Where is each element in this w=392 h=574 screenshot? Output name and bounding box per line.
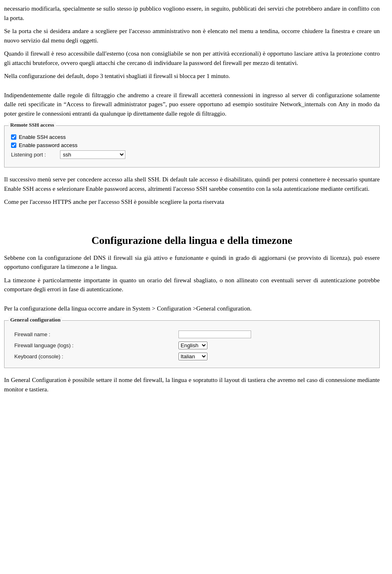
paragraph-6: Il successivo menù serve per concedere a…	[4, 175, 380, 193]
enable-ssh-label: Enable SSH access	[19, 134, 66, 140]
paragraph-9: La timezone è particolarmente importante…	[4, 276, 380, 294]
keyboard-select[interactable]: English French German Italian Spanish	[178, 353, 207, 360]
firewall-name-input[interactable]	[178, 331, 251, 338]
firewall-language-row: Firewall language (logs) : English Frenc…	[11, 340, 373, 351]
remote-ssh-box-title: Remote SSH access	[9, 122, 56, 128]
section-heading: Configurazione della lingua e della time…	[4, 235, 380, 247]
enable-password-row[interactable]: Enable password access	[11, 142, 373, 148]
paragraph-1: necessario modificarla, specialmente se …	[4, 4, 380, 22]
listening-port-select-wrapper[interactable]: ssh	[60, 150, 125, 159]
keyboard-row: Keyboard (console) : English French Germ…	[11, 351, 373, 362]
paragraph-2: Se la porta che si desidera andare a sce…	[4, 27, 380, 45]
firewall-language-select-cell[interactable]: English French German Italian Spanish	[175, 340, 373, 351]
paragraph-3: Quando il firewall è reso accessibile da…	[4, 49, 380, 67]
remote-ssh-box: Remote SSH access Enable SSH access Enab…	[4, 125, 380, 168]
listening-port-row: Listening port : ssh	[11, 150, 373, 159]
general-config-box: General configuration Firewall name : Fi…	[4, 320, 380, 368]
firewall-name-label: Firewall name :	[11, 329, 175, 340]
listening-port-label: Listening port :	[11, 152, 60, 158]
firewall-name-input-cell[interactable]	[175, 329, 373, 340]
paragraph-7: Come per l'accesso HTTPS anche per l'acc…	[4, 197, 380, 207]
enable-password-label: Enable password access	[19, 142, 78, 148]
enable-password-checkbox[interactable]	[11, 143, 16, 148]
firewall-name-row: Firewall name :	[11, 329, 373, 340]
paragraph-5: Indipendentemente dalle regole di filtra…	[4, 91, 380, 118]
general-config-table: Firewall name : Firewall language (logs)…	[11, 329, 373, 362]
firewall-language-label: Firewall language (logs) :	[11, 340, 175, 351]
keyboard-select-cell[interactable]: English French German Italian Spanish	[175, 351, 373, 362]
paragraph-10: Per la configurazione della lingua occor…	[4, 304, 380, 313]
paragraph-11: In General Configuration è possibile set…	[4, 375, 380, 394]
firewall-language-select[interactable]: English French German Italian Spanish	[178, 342, 207, 349]
paragraph-4: Nella configurazione dei default, dopo 3…	[4, 71, 380, 81]
general-config-box-title: General configuration	[9, 317, 62, 323]
paragraph-8: Sebbene con la configurazione del DNS il…	[4, 253, 380, 272]
listening-port-select[interactable]: ssh	[60, 150, 125, 159]
keyboard-label: Keyboard (console) :	[11, 351, 175, 362]
enable-ssh-row[interactable]: Enable SSH access	[11, 134, 373, 140]
enable-ssh-checkbox[interactable]	[11, 134, 16, 140]
